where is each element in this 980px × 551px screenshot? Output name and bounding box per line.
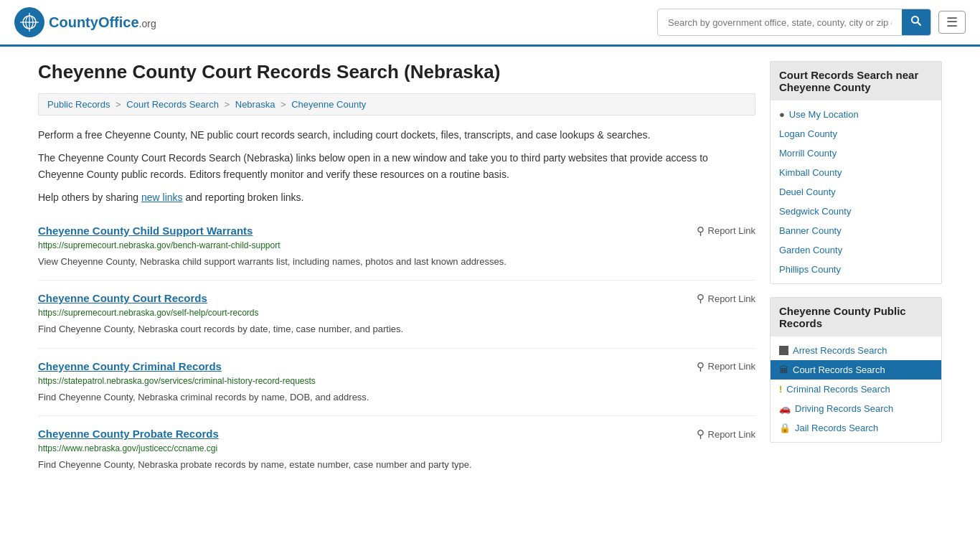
nearby-county-item[interactable]: Kimball County (771, 163, 941, 182)
logo-text: CountyOffice.org (49, 14, 156, 31)
nearby-county-item[interactable]: Phillips County (771, 260, 941, 279)
nearby-list: ● Use My Location Logan CountyMorrill Co… (771, 100, 941, 283)
square-icon (779, 346, 788, 355)
nearby-county-link-3[interactable]: Deuel County (779, 187, 836, 197)
record-url-3: https://www.nebraska.gov/justicecc/ccnam… (38, 443, 755, 453)
public-record-link-1[interactable]: Court Records Search (793, 364, 885, 375)
report-link-btn-1[interactable]: ⚲ Report Link (697, 292, 755, 305)
report-link-btn-2[interactable]: ⚲ Report Link (697, 360, 755, 373)
location-pin-icon: ● (779, 109, 785, 120)
record-entry: Cheyenne County Criminal Records ⚲ Repor… (38, 349, 755, 417)
report-icon-2: ⚲ (697, 360, 705, 373)
lock-icon: 🔒 (779, 423, 791, 433)
nearby-header: Court Records Search near Cheyenne Count… (771, 62, 941, 100)
report-label-0: Report Link (708, 225, 755, 236)
nearby-county-link-1[interactable]: Morrill County (779, 148, 837, 159)
nearby-section: Court Records Search near Cheyenne Count… (770, 61, 942, 284)
nearby-county-link-0[interactable]: Logan County (779, 128, 837, 139)
record-desc-2: Find Cheyenne County, Nebraska criminal … (38, 390, 755, 405)
svg-line-6 (918, 22, 921, 26)
public-record-item[interactable]: !Criminal Records Search (771, 380, 941, 399)
nearby-counties: Logan CountyMorrill CountyKimball County… (771, 124, 941, 279)
building-icon: 🏛 (779, 364, 788, 375)
report-label-1: Report Link (708, 293, 755, 304)
public-records-section: Cheyenne County Public Records Arrest Re… (770, 297, 942, 443)
main-wrapper: Cheyenne County Court Records Search (Ne… (24, 47, 956, 498)
menu-button[interactable]: ☰ (938, 11, 966, 34)
nearby-county-item[interactable]: Deuel County (771, 182, 941, 202)
search-button[interactable] (902, 9, 930, 35)
use-my-location-item[interactable]: ● Use My Location (771, 105, 941, 124)
record-title-2[interactable]: Cheyenne County Criminal Records (38, 360, 222, 372)
public-record-link-2[interactable]: Criminal Records Search (786, 384, 890, 395)
public-record-item[interactable]: Arrest Records Search (771, 341, 941, 360)
record-url-2: https://statepatrol.nebraska.gov/service… (38, 376, 755, 386)
sidebar: Court Records Search near Cheyenne Count… (770, 61, 942, 484)
record-title-0[interactable]: Cheyenne County Child Support Warrants (38, 225, 253, 237)
record-entry: Cheyenne County Probate Records ⚲ Report… (38, 416, 755, 484)
breadcrumb-public-records[interactable]: Public Records (47, 99, 110, 110)
record-desc-0: View Cheyenne County, Nebraska child sup… (38, 255, 755, 269)
new-links-link[interactable]: new links (141, 192, 183, 203)
search-input[interactable] (658, 11, 902, 34)
header-right: ☰ (657, 9, 966, 36)
public-record-item[interactable]: 🔒Jail Records Search (771, 418, 941, 438)
public-record-link-0[interactable]: Arrest Records Search (793, 345, 887, 356)
report-link-btn-0[interactable]: ⚲ Report Link (697, 225, 755, 237)
record-title-1[interactable]: Cheyenne County Court Records (38, 292, 207, 304)
description-2: The Cheyenne County Court Records Search… (38, 150, 755, 182)
breadcrumb-nebraska[interactable]: Nebraska (235, 99, 275, 110)
logo-icon (14, 7, 44, 37)
public-record-link-3[interactable]: Driving Records Search (795, 403, 893, 414)
report-link-btn-3[interactable]: ⚲ Report Link (697, 428, 755, 441)
nearby-county-item[interactable]: Morrill County (771, 143, 941, 163)
report-icon-0: ⚲ (697, 225, 705, 237)
description-1: Perform a free Cheyenne County, NE publi… (38, 127, 755, 143)
breadcrumb-court-records[interactable]: Court Records Search (126, 99, 219, 110)
record-desc-1: Find Cheyenne County, Nebraska court rec… (38, 322, 755, 336)
public-records-list: Arrest Records Search🏛Court Records Sear… (771, 336, 941, 442)
breadcrumb: Public Records > Court Records Search > … (38, 93, 755, 116)
page-title: Cheyenne County Court Records Search (Ne… (38, 61, 755, 83)
report-icon-1: ⚲ (697, 292, 705, 305)
records-list: Cheyenne County Child Support Warrants ⚲… (38, 213, 755, 484)
record-entry: Cheyenne County Child Support Warrants ⚲… (38, 213, 755, 281)
public-record-item[interactable]: 🏛Court Records Search (771, 360, 941, 380)
report-label-2: Report Link (708, 361, 755, 372)
record-desc-3: Find Cheyenne County, Nebraska probate r… (38, 458, 755, 472)
public-record-item[interactable]: 🚗Driving Records Search (771, 399, 941, 418)
report-label-3: Report Link (708, 429, 755, 440)
logo-area: CountyOffice.org (14, 7, 156, 37)
record-entry: Cheyenne County Court Records ⚲ Report L… (38, 281, 755, 349)
nearby-county-item[interactable]: Garden County (771, 240, 941, 260)
nearby-county-link-5[interactable]: Banner County (779, 225, 842, 236)
car-icon: 🚗 (779, 403, 791, 414)
site-header: CountyOffice.org ☰ (0, 0, 980, 47)
description-3: Help others by sharing new links and rep… (38, 189, 755, 205)
nearby-county-link-2[interactable]: Kimball County (779, 167, 842, 178)
nearby-county-link-4[interactable]: Sedgwick County (779, 206, 851, 217)
nearby-county-item[interactable]: Banner County (771, 221, 941, 240)
public-records-header: Cheyenne County Public Records (771, 298, 941, 336)
report-icon-3: ⚲ (697, 428, 705, 441)
nearby-county-link-6[interactable]: Garden County (779, 245, 842, 255)
breadcrumb-cheyenne[interactable]: Cheyenne County (291, 99, 366, 110)
use-my-location-link[interactable]: Use My Location (789, 109, 859, 120)
record-url-1: https://supremecourt.nebraska.gov/self-h… (38, 308, 755, 318)
record-title-3[interactable]: Cheyenne County Probate Records (38, 428, 219, 440)
record-url-0: https://supremecourt.nebraska.gov/bench-… (38, 240, 755, 250)
main-content: Cheyenne County Court Records Search (Ne… (38, 61, 755, 484)
search-bar (657, 9, 931, 36)
svg-point-5 (912, 17, 918, 23)
nearby-county-item[interactable]: Logan County (771, 124, 941, 143)
public-record-link-4[interactable]: Jail Records Search (795, 423, 878, 433)
exclamation-icon: ! (779, 384, 782, 395)
nearby-county-link-7[interactable]: Phillips County (779, 264, 841, 275)
nearby-county-item[interactable]: Sedgwick County (771, 202, 941, 221)
